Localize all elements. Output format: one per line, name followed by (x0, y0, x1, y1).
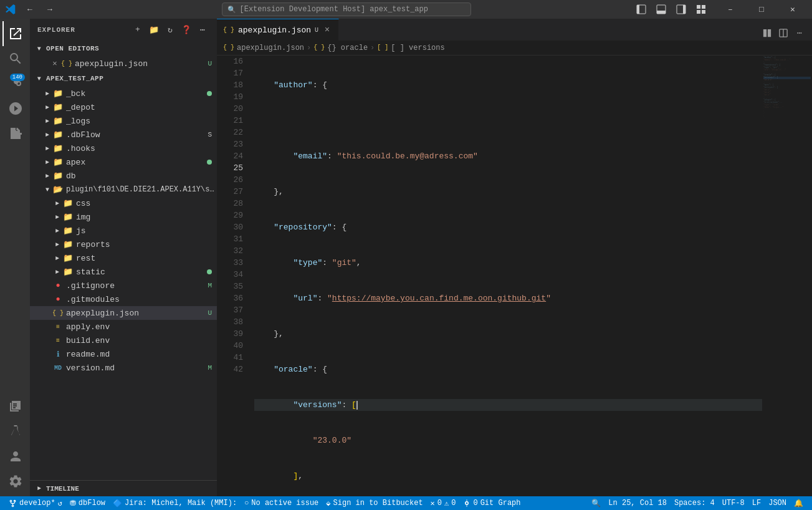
activity-testing[interactable] (2, 419, 27, 444)
file-readme[interactable]: ► ℹ readme.md (30, 347, 217, 361)
close-button[interactable]: ✕ (778, 0, 807, 19)
jira-text: Jira: Michel, Maik (MMI): (125, 499, 237, 508)
new-folder-button[interactable]: 📁 (147, 23, 161, 37)
folder-img-icon: 📁 (62, 212, 74, 222)
project-section[interactable]: ▼ APEX_TEST_APP (30, 70, 217, 87)
status-position[interactable]: Ln 25, Col 18 (604, 496, 671, 510)
code-line-19: }, (254, 186, 762, 198)
activity-explorer[interactable] (2, 21, 27, 46)
open-editors-section[interactable]: ▼ OPEN EDITORS (30, 41, 217, 57)
title-search[interactable]: 🔍 [Extension Development Host] apex_test… (222, 2, 471, 16)
folder-bck[interactable]: ► 📁 _bck (30, 87, 217, 100)
status-sign-in[interactable]: ⬙ Sign in to Bitbucket (322, 496, 426, 510)
code-editor[interactable]: 16 17 18 19 20 21 22 23 24 25 26 27 28 2… (217, 55, 812, 496)
status-spaces[interactable]: Spaces: 4 (671, 496, 719, 510)
svg-rect-8 (697, 10, 700, 14)
customize-layout-icon[interactable] (694, 2, 709, 16)
svg-point-12 (466, 502, 469, 505)
activity-remote-explorer[interactable] (2, 394, 27, 419)
git-commits: 0 (473, 499, 477, 508)
activity-source-control[interactable]: 140 (2, 71, 27, 96)
folder-css[interactable]: ► 📁 css (30, 196, 217, 210)
toggle-primary-sidebar-icon[interactable] (634, 2, 649, 16)
breadcrumb-oracle[interactable]: {} oracle (327, 44, 368, 52)
status-errors[interactable]: ✕ 0 ⚠ 0 (427, 496, 460, 510)
maximize-button[interactable]: □ (747, 0, 776, 19)
window-icons (634, 2, 709, 16)
folder-logs[interactable]: ► 📁 _logs (30, 114, 217, 128)
status-search[interactable]: 🔍 (588, 496, 604, 510)
file-gitignore[interactable]: ► ● .gitignore M (30, 279, 217, 292)
code-content[interactable]: "author": { "email": "this.could.be.my@a… (248, 55, 762, 496)
folder-db-icon: 📁 (52, 171, 64, 181)
gitignore-icon: ● (52, 281, 64, 290)
code-line-18: "email": "this.could.be.my@adress.com" (254, 150, 762, 162)
folder-reports-chevron: ► (52, 241, 62, 248)
toggle-editor-layout-button[interactable] (776, 26, 791, 41)
folder-apex-label: apex (66, 158, 207, 167)
file-gitmodules[interactable]: ► ● .gitmodules (30, 292, 217, 306)
editor-close-icon[interactable]: × (50, 59, 60, 69)
status-no-issue[interactable]: ○ No active issue (241, 496, 322, 510)
folder-depot[interactable]: ► 📁 _depot (30, 100, 217, 114)
file-version-md[interactable]: ► MD version.md M (30, 361, 217, 375)
timeline-section[interactable]: ► TIMELINE (30, 480, 217, 496)
status-notifications[interactable]: 🔔 (790, 496, 807, 510)
status-dbflow[interactable]: ⛃ dbFlow (66, 496, 109, 510)
gitmodules-icon: ● (52, 295, 64, 304)
line-ending-text: LF (752, 499, 761, 508)
back-button[interactable]: ← (21, 2, 39, 16)
apexplugin-icon: { } (52, 310, 64, 317)
activity-accounts[interactable] (2, 444, 27, 469)
toggle-secondary-sidebar-icon[interactable] (674, 2, 689, 16)
no-issue-text: No active issue (251, 499, 318, 508)
more-actions-button[interactable]: ⋯ (196, 23, 209, 37)
activity-run-debug[interactable] (2, 96, 27, 121)
activity-extensions[interactable] (2, 121, 27, 146)
folder-dbflow[interactable]: ► 📁 .dbFlow S (30, 128, 217, 142)
folder-static[interactable]: ► 📁 static (30, 265, 217, 279)
tab-close-button[interactable]: × (322, 25, 332, 35)
new-file-button[interactable]: + (131, 23, 145, 37)
folder-img[interactable]: ► 📁 img (30, 210, 217, 224)
folder-hooks[interactable]: ► 📁 .hooks (30, 142, 217, 155)
status-line-ending[interactable]: LF (748, 496, 765, 510)
activity-search[interactable] (2, 46, 27, 71)
error-icon: ✕ (431, 499, 435, 508)
folder-reports[interactable]: ► 📁 reports (30, 238, 217, 251)
collapse-all-button[interactable]: ❓ (179, 23, 193, 37)
folder-rest[interactable]: ► 📁 rest (30, 251, 217, 265)
tab-bar: { } apexplugin.json U × ⋯ (217, 19, 812, 41)
status-branch[interactable]: develop* ↺ (5, 496, 66, 510)
breadcrumb-versions[interactable]: [ ] versions (391, 44, 444, 52)
folder-apex[interactable]: ► 📁 apex (30, 155, 217, 169)
activity-settings[interactable] (2, 469, 27, 494)
toggle-panel-icon[interactable] (654, 2, 669, 16)
file-build-env[interactable]: ► ≡ build.env (30, 334, 217, 347)
folder-logs-label: _logs (66, 117, 217, 126)
tab-apexplugin[interactable]: { } apexplugin.json U × (217, 19, 339, 41)
sidebar-title: EXPLORER (37, 26, 75, 34)
dbflow-badge: S (208, 131, 212, 138)
status-jira[interactable]: 🔷 Jira: Michel, Maik (MMI): (109, 496, 241, 510)
title-bar: ← → 🔍 [Extension Development Host] apex_… (0, 0, 812, 19)
status-language[interactable]: JSON (765, 496, 790, 510)
folder-plugin[interactable]: ▼ 📂 plugin\f101\DE.DIE21.APEX.A11Y\src (30, 183, 217, 196)
minimize-button[interactable]: – (716, 0, 745, 19)
warning-icon: ⚠ (444, 499, 449, 508)
open-editor-apexplugin[interactable]: × { } apexplugin.json U (30, 57, 217, 70)
more-tab-actions-button[interactable]: ⋯ (792, 26, 807, 41)
code-line-26: "23.0.0" (254, 435, 762, 446)
status-git-commits[interactable]: 0 Git Graph (459, 496, 524, 510)
folder-js[interactable]: ► 📁 js (30, 224, 217, 238)
split-editor-button[interactable] (760, 26, 775, 41)
folder-db[interactable]: ► 📁 db (30, 169, 217, 183)
file-apply-env[interactable]: ► ≡ apply.env (30, 320, 217, 334)
search-text: [Extension Development Host] apex_test_a… (240, 5, 428, 14)
refresh-button[interactable]: ↻ (163, 23, 177, 37)
status-encoding[interactable]: UTF-8 (719, 496, 748, 510)
dbflow-label: ⛃ (70, 499, 76, 508)
breadcrumb-file[interactable]: apexplugin.json (237, 44, 304, 52)
forward-button[interactable]: → (41, 2, 59, 16)
file-apexplugin[interactable]: ► { } apexplugin.json U (30, 306, 217, 320)
